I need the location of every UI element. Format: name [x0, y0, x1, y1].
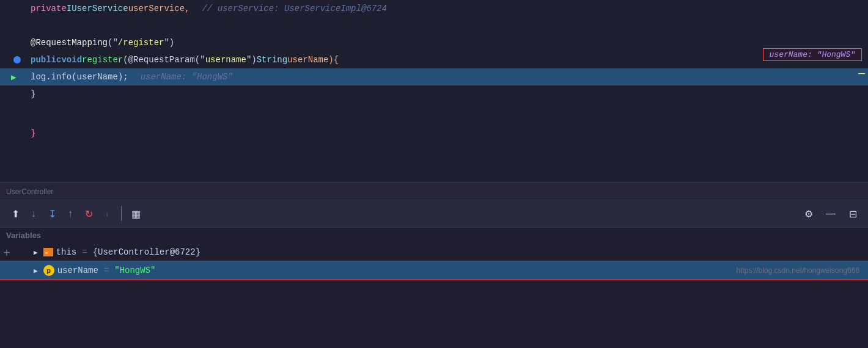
code-token: log.info(userName);: [31, 72, 128, 82]
debug-toolbar: ⬆ ↓ ↧ ↑ ↻ ᵢ ▦ ⚙ — ⊟: [0, 200, 868, 228]
code-line-blank: [0, 17, 868, 34]
editor-area: private IUserService userService, // use…: [0, 0, 868, 183]
code-token: username: [205, 55, 246, 65]
yellow-marker: —: [858, 67, 865, 79]
code-token: private: [31, 4, 67, 13]
box-icon: =: [44, 248, 53, 256]
code-token: userService,: [128, 4, 190, 13]
layout-btn[interactable]: ⊟: [845, 206, 861, 222]
code-token: "): [164, 38, 174, 48]
code-token: IUserService: [67, 4, 128, 13]
this-type-icon: =: [43, 248, 53, 256]
code-line-log: ▶ log.info(userName); userName: "HongWS": [0, 68, 868, 85]
code-token: /register: [118, 38, 164, 48]
settings-btn[interactable]: ⚙: [801, 206, 817, 222]
step-out-btn[interactable]: ⬆: [7, 206, 23, 222]
toolbar-right: ⚙ — ⊟: [800, 206, 862, 222]
current-line-arrow: ▶: [11, 73, 16, 82]
code-line-register: public void register (@RequestParam(" us…: [0, 51, 868, 68]
this-var-value: {UserController@6722}: [93, 247, 200, 257]
reload-btn[interactable]: ↻: [81, 206, 97, 222]
breadcrumb-text: UserController: [6, 187, 53, 196]
username-type-icon: p: [43, 265, 54, 276]
inline-hint-text: userName: "HongWS": [770, 50, 855, 59]
code-line-1: private IUserService userService, // use…: [0, 0, 868, 17]
username-eq: =: [104, 266, 109, 275]
expression-btn[interactable]: ᵢ: [99, 206, 115, 222]
code-token: }: [31, 128, 35, 138]
code-line-blank2: [0, 103, 868, 125]
var-row-this[interactable]: ▶ = this = {UserController@6722}: [0, 243, 868, 261]
step-over-down-btn[interactable]: ↧: [44, 206, 60, 222]
breakpoint-circle: [13, 56, 21, 63]
variables-panel: Variables + ▶ = this = {UserController@6…: [0, 228, 868, 280]
svg-text:=: =: [45, 250, 48, 256]
code-token: (": [108, 38, 118, 48]
variables-label: Variables: [0, 228, 868, 243]
code-token: (@RequestParam(": [123, 55, 205, 65]
step-up-btn[interactable]: ↑: [62, 206, 78, 222]
code-line-close1: }: [0, 85, 868, 103]
username-var-value: "HongWS": [114, 266, 155, 275]
breakpoint-icon: [13, 56, 21, 66]
watermark-text: https://blog.csdn.net/hongweisong666: [737, 266, 859, 275]
this-eq: =: [82, 247, 87, 257]
code-token: @RequestMapping: [31, 38, 108, 48]
expand-username-icon[interactable]: ▶: [34, 267, 38, 275]
code-token: register: [82, 55, 123, 65]
code-token: void: [61, 55, 82, 65]
breadcrumb-bar: UserController: [0, 183, 868, 200]
code-token: userName){: [287, 55, 339, 65]
expand-this-icon[interactable]: ▶: [34, 248, 38, 256]
minimize-btn[interactable]: —: [823, 206, 839, 222]
var-row-this-wrapper: + ▶ = this = {UserController@6722}: [0, 243, 868, 261]
username-var-name: userName: [57, 266, 98, 275]
code-token: "): [246, 55, 257, 65]
this-var-name: this: [56, 247, 77, 257]
code-token: String: [257, 55, 287, 65]
code-comment-text: // userService: UserServiceImpl@6724: [202, 4, 386, 13]
step-into-btn[interactable]: ↓: [26, 206, 42, 222]
code-hint-text: userName: "HongWS": [141, 72, 233, 82]
debug-arrow-icon: ▶: [11, 72, 16, 82]
code-line-close2: }: [0, 125, 868, 142]
code-line-annotation: @RequestMapping (" /register "): [0, 34, 868, 51]
add-watch-btn[interactable]: +: [3, 246, 10, 260]
toolbar-divider: [121, 206, 122, 221]
watermark: https://blog.csdn.net/hongweisong666: [737, 266, 859, 275]
code-token: }: [31, 89, 35, 99]
code-token: public: [31, 55, 61, 65]
inline-hint-box: userName: "HongWS": [763, 48, 862, 61]
grid-btn[interactable]: ▦: [128, 206, 144, 222]
